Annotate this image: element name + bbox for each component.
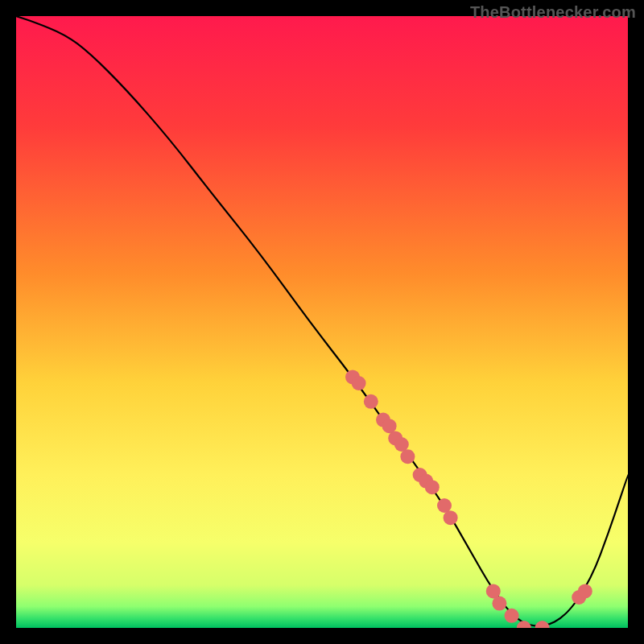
curve-marker bbox=[492, 597, 506, 611]
gradient-background bbox=[16, 16, 628, 628]
curve-marker bbox=[400, 449, 415, 464]
curve-marker bbox=[352, 376, 366, 390]
attribution-text: TheBottlenecker.com bbox=[470, 3, 636, 22]
curve-marker bbox=[444, 510, 458, 525]
chart-frame: TheBottlenecker.com bbox=[0, 0, 644, 644]
chart-svg bbox=[16, 16, 628, 628]
curve-marker bbox=[578, 584, 592, 598]
curve-marker bbox=[364, 394, 378, 409]
curve-marker bbox=[425, 480, 440, 494]
curve-marker bbox=[505, 609, 519, 623]
plot-area bbox=[16, 16, 628, 628]
